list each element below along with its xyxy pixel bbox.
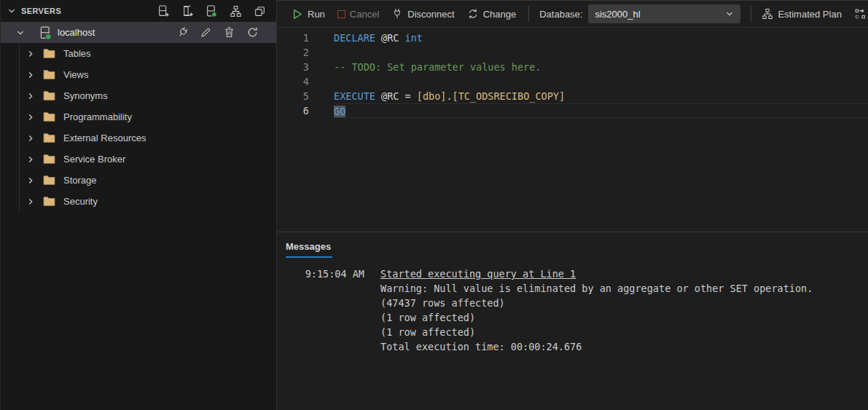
run-play-icon <box>292 9 303 20</box>
cancel-label: Cancel <box>350 9 379 20</box>
chevron-right-icon <box>26 133 36 143</box>
line-number: 2 <box>277 45 309 60</box>
message-row: (47437 rows affected) <box>380 296 813 310</box>
chevron-right-icon <box>26 197 36 207</box>
tree-item-label: External Resources <box>63 133 146 143</box>
tree-item-label: Programmability <box>63 111 132 122</box>
chevron-right-icon <box>26 70 36 80</box>
code-line-4[interactable]: 4 <box>277 74 868 89</box>
tree-item-label: Security <box>63 196 98 207</box>
plug-icon <box>391 8 403 20</box>
folder-icon <box>43 69 55 80</box>
folder-icon <box>43 196 55 207</box>
query-editor-pane: Run Cancel Disconnect Change Database: s… <box>277 0 868 410</box>
code-token: int <box>405 32 423 44</box>
results-panel: Messages 9:15:04 AM Started executing qu… <box>277 232 868 410</box>
panel-tabs: Messages <box>277 240 868 258</box>
chevron-down-icon[interactable] <box>7 6 17 16</box>
code-content: EXECUTE @RC = [dbo].[TC_ODSRECIBO_COPY] <box>334 89 868 103</box>
active-connections-icon[interactable] <box>205 4 218 17</box>
folder-icon <box>43 90 55 101</box>
query-toolbar: Run Cancel Disconnect Change Database: s… <box>277 1 868 28</box>
line-number: 4 <box>277 74 309 89</box>
message-row: (1 row affected) <box>380 310 813 325</box>
code-line-5[interactable]: 5 EXECUTE @RC = [dbo].[TC_ODSRECIBO_COPY… <box>277 89 868 103</box>
duplicate-windows-icon[interactable] <box>253 4 266 17</box>
refresh-icon[interactable] <box>246 26 259 39</box>
code-token: EXECUTE <box>334 90 375 102</box>
disconnect-button[interactable]: Disconnect <box>391 8 454 20</box>
change-label: Change <box>483 9 517 20</box>
tree-item-synonyms[interactable]: Synonyms <box>1 85 276 106</box>
folder-icon <box>43 48 55 59</box>
code-line-2[interactable]: 2 <box>277 45 868 60</box>
code-line-6-current[interactable]: 6 GO <box>277 103 868 118</box>
database-value: sis2000_hl <box>595 9 640 20</box>
tree-item-label: Synonyms <box>63 90 108 101</box>
object-explorer-tree-icon[interactable] <box>229 4 242 17</box>
toolbar-separator <box>528 6 529 22</box>
chevron-right-icon <box>26 176 36 186</box>
database-select[interactable]: sis2000_hl <box>588 4 740 23</box>
tab-messages[interactable]: Messages <box>286 240 332 258</box>
code-token: . <box>446 90 452 102</box>
line-number: 1 <box>277 31 309 45</box>
code-token: -- TODO: Set parameter values here. <box>334 61 541 73</box>
new-server-group-icon[interactable] <box>181 4 194 17</box>
chevron-right-icon <box>26 154 36 165</box>
new-connection-icon[interactable] <box>157 4 170 17</box>
servers-title: SERVERS <box>21 7 61 15</box>
estimated-plan-label: Estimated Plan <box>778 9 841 20</box>
server-row-localhost[interactable]: localhost <box>1 22 276 43</box>
enable-sqlcmd-icon <box>854 8 866 20</box>
messages-body: 9:15:04 AM Started executing query at Li… <box>277 267 868 354</box>
object-explorer-tree: Tables Views Synonyms Programmability Ex <box>1 43 276 212</box>
enable-sqlcmd-button[interactable]: Enabl <box>854 8 868 20</box>
message-row: Warning: Null value is eliminated by an … <box>380 281 813 296</box>
estimated-plan-icon <box>762 8 773 20</box>
sql-editor[interactable]: 1 DECLARE @RC int 2 3 -- TODO: Set param… <box>277 28 868 232</box>
disconnect-plug-icon[interactable] <box>176 26 189 39</box>
change-connection-button[interactable]: Change <box>467 8 517 20</box>
folder-icon <box>43 175 55 186</box>
message-timestamp: 9:15:04 AM <box>277 267 364 354</box>
tree-item-storage[interactable]: Storage <box>1 170 276 191</box>
tree-item-views[interactable]: Views <box>1 64 276 85</box>
tree-item-programmability[interactable]: Programmability <box>1 106 276 127</box>
message-row: (1 row affected) <box>380 325 813 339</box>
code-token: [dbo] <box>417 90 447 102</box>
tree-item-external-resources[interactable]: External Resources <box>1 127 276 149</box>
tree-item-service-broker[interactable]: Service Broker <box>1 149 276 170</box>
chevron-down-icon <box>724 9 735 19</box>
code-content: DECLARE @RC int <box>334 31 868 45</box>
code-line-3[interactable]: 3 -- TODO: Set parameter values here. <box>277 60 868 74</box>
disconnect-label: Disconnect <box>407 9 454 20</box>
tree-item-tables[interactable]: Tables <box>1 43 276 64</box>
chevron-right-icon <box>26 112 36 122</box>
tree-item-label: Tables <box>63 48 91 59</box>
message-link-started[interactable]: Started executing query at Line 1 <box>380 267 813 281</box>
tree-item-label: Views <box>63 69 88 80</box>
code-line-1[interactable]: 1 DECLARE @RC int <box>277 31 868 45</box>
line-number: 5 <box>277 89 309 103</box>
code-content <box>334 74 868 89</box>
tree-item-security[interactable]: Security <box>1 191 276 212</box>
edit-pencil-icon[interactable] <box>199 26 212 39</box>
code-token: @RC = <box>375 90 417 102</box>
code-content: GO <box>334 103 868 118</box>
delete-trash-icon[interactable] <box>222 26 235 39</box>
folder-icon <box>43 133 55 143</box>
servers-header: SERVERS <box>1 0 276 22</box>
code-content <box>334 45 868 60</box>
tree-item-label: Storage <box>63 175 97 186</box>
chevron-down-icon[interactable] <box>15 28 26 38</box>
cancel-button[interactable]: Cancel <box>337 9 379 20</box>
database-label: Database: <box>539 9 582 20</box>
change-connection-icon <box>467 8 479 20</box>
chevron-right-icon <box>26 49 36 59</box>
code-token: [TC_ODSRECIBO_COPY] <box>453 90 565 102</box>
toolbar-separator <box>751 6 751 22</box>
servers-sidebar: SERVERS <box>0 0 277 410</box>
estimated-plan-button[interactable]: Estimated Plan <box>762 8 841 20</box>
run-button[interactable]: Run <box>292 9 325 20</box>
